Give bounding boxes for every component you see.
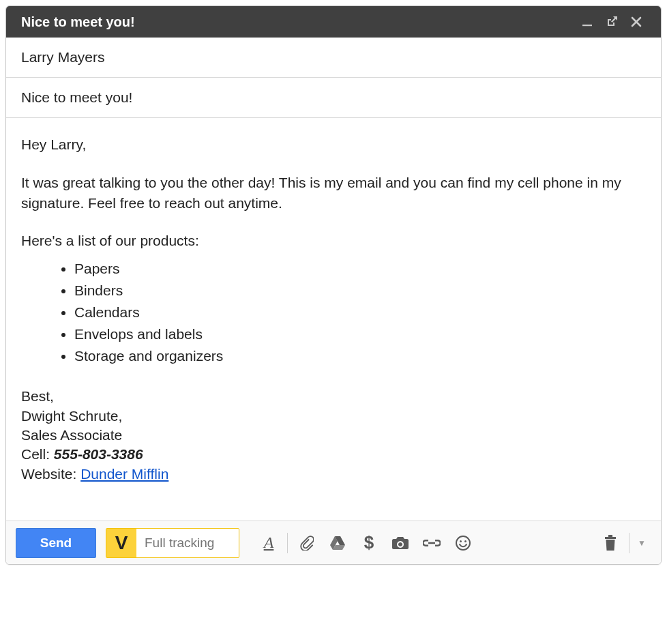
dollar-icon: $ [364, 532, 374, 553]
drive-button[interactable] [322, 529, 353, 557]
minimize-icon [582, 16, 593, 27]
titlebar: Nice to meet you! [6, 6, 661, 38]
emoji-button[interactable] [447, 529, 479, 557]
paperclip-icon [299, 536, 314, 551]
toolbar-icons: A $ [253, 529, 651, 557]
link-icon [423, 538, 441, 548]
minimize-button[interactable] [575, 11, 599, 33]
sig-website: Website: Dunder Mifflin [21, 465, 646, 484]
more-options-button[interactable]: ▼ [632, 538, 651, 548]
send-button[interactable]: Send [16, 528, 96, 558]
attach-button[interactable] [291, 529, 322, 557]
drive-icon [329, 536, 346, 551]
message-body[interactable]: Hey Larry, It was great talking to you t… [6, 118, 661, 521]
product-list: Papers Binders Calendars Envelops and la… [21, 258, 646, 366]
photo-button[interactable] [385, 529, 416, 557]
list-item: Envelops and labels [74, 323, 646, 345]
close-icon [630, 16, 642, 28]
separator [287, 533, 288, 553]
sig-cell-label: Cell: [21, 446, 54, 462]
tracking-input[interactable] [136, 529, 239, 557]
svg-point-3 [464, 540, 466, 542]
list-item: Papers [74, 258, 646, 280]
money-button[interactable]: $ [353, 529, 385, 557]
discard-button[interactable] [595, 529, 626, 557]
popout-icon [606, 16, 618, 28]
link-button[interactable] [416, 529, 447, 557]
emoji-icon [455, 535, 471, 551]
signature-block: Best, Dwight Schrute, Sales Associate Ce… [21, 387, 646, 484]
camera-icon [391, 536, 409, 551]
formatting-button[interactable]: A [253, 529, 284, 557]
vocus-badge: V [106, 529, 136, 557]
sig-name: Dwight Schrute, [21, 407, 646, 426]
sig-closing: Best, [21, 387, 646, 406]
svg-point-1 [456, 536, 470, 550]
list-item: Calendars [74, 302, 646, 323]
svg-rect-0 [582, 25, 592, 26]
sig-website-link[interactable]: Dunder Mifflin [80, 466, 168, 482]
sig-cell: Cell: 555-803-3386 [21, 445, 646, 464]
body-greeting: Hey Larry, [21, 134, 646, 155]
window-title: Nice to meet you! [21, 14, 575, 30]
format-a-icon: A [264, 533, 274, 552]
sig-title: Sales Associate [21, 426, 646, 445]
body-para-1: It was great talking to you the other da… [21, 173, 646, 214]
compose-toolbar: Send V A $ [6, 521, 661, 564]
chevron-down-icon: ▼ [638, 538, 646, 548]
list-item: Binders [74, 280, 646, 302]
list-item: Storage and organizers [74, 345, 646, 367]
close-button[interactable] [624, 11, 649, 33]
sig-website-label: Website: [21, 466, 80, 482]
to-field[interactable]: Larry Mayers [6, 38, 661, 78]
body-para-2: Here's a list of our products: [21, 231, 646, 251]
compose-window: Nice to meet you! Larry Mayers Nice to m… [5, 5, 662, 565]
separator [629, 533, 629, 553]
sig-cell-number: 555-803-3386 [54, 446, 143, 462]
svg-point-2 [460, 540, 462, 542]
tracking-widget[interactable]: V [106, 528, 239, 558]
subject-field[interactable]: Nice to meet you! [6, 78, 661, 118]
trash-icon [604, 535, 617, 551]
popout-button[interactable] [599, 11, 624, 33]
